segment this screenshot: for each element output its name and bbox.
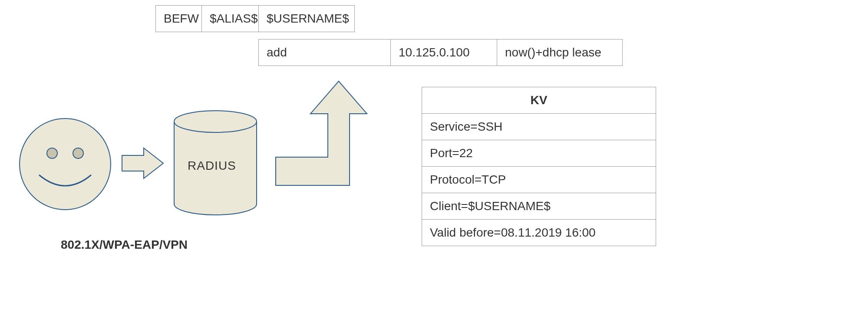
kv-row-client: Client=$USERNAME$ <box>422 193 656 220</box>
smiley-icon <box>17 116 113 212</box>
arrow-up-bent-icon <box>274 79 395 188</box>
second-cell-add: add <box>258 39 391 66</box>
svg-marker-9 <box>276 81 367 185</box>
kv-row-service: Service=SSH <box>422 114 656 140</box>
svg-point-1 <box>47 148 57 158</box>
kv-title: KV <box>422 87 656 114</box>
top-cell-alias: $ALIAS$ <box>201 5 259 32</box>
kv-table: KV Service=SSH Port=22 Protocol=TCP Clie… <box>422 87 656 246</box>
kv-row-port: Port=22 <box>422 140 656 167</box>
top-cell-befw: BEFW <box>155 5 202 32</box>
second-cell-lease: now()+dhcp lease <box>497 39 623 66</box>
auth-protocol-label: 802.1X/WPA-EAP/VPN <box>61 238 188 252</box>
kv-row-protocol: Protocol=TCP <box>422 167 656 193</box>
kv-row-valid: Valid before=08.11.2019 16:00 <box>422 220 656 246</box>
second-cell-ip: 10.125.0.100 <box>390 39 497 66</box>
svg-point-0 <box>20 119 111 210</box>
arrow-right-icon <box>120 146 168 181</box>
top-cell-username: $USERNAME$ <box>258 5 355 32</box>
svg-point-2 <box>73 148 83 158</box>
svg-marker-3 <box>122 148 163 178</box>
svg-point-8 <box>174 111 257 132</box>
radius-label: RADIUS <box>188 159 236 173</box>
